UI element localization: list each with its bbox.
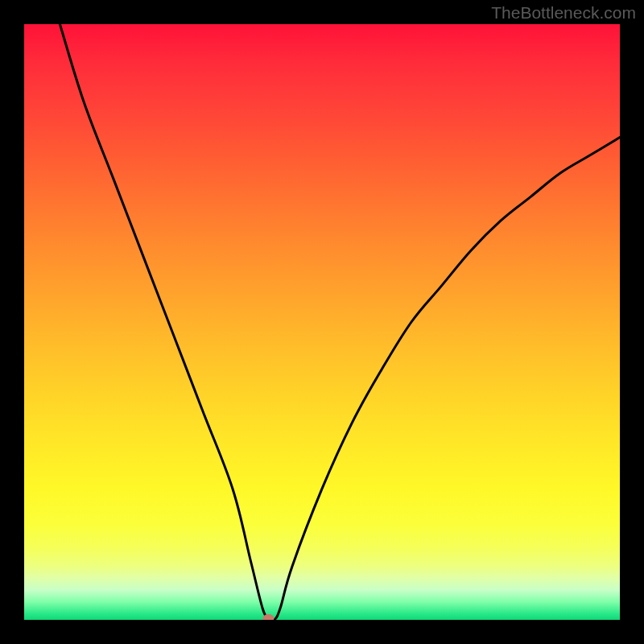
chart-plot-area — [24, 24, 620, 620]
watermark-text: TheBottleneck.com — [491, 3, 636, 23]
bottleneck-curve-path — [60, 24, 620, 620]
chart-curve — [24, 24, 620, 620]
